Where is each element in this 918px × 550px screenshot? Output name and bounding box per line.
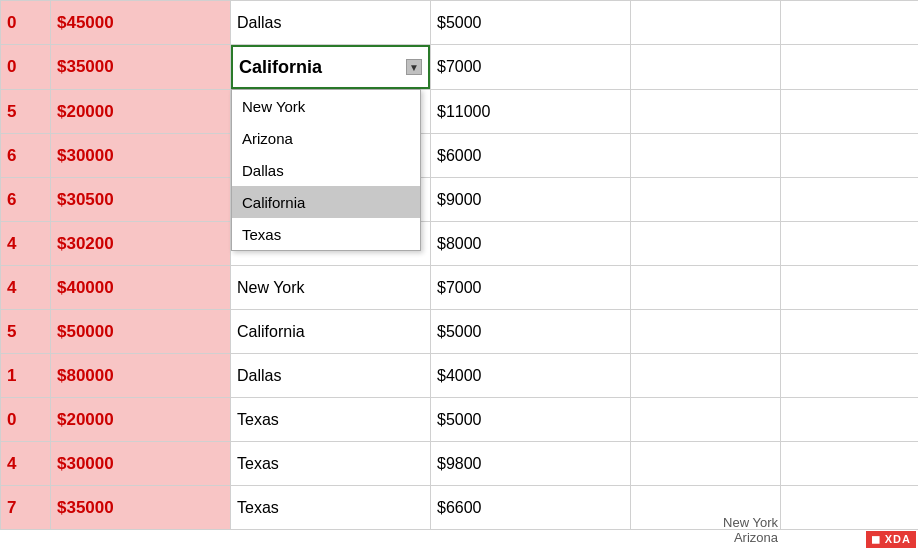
cell-extra2 (781, 45, 919, 90)
cell-salary: $30000 (51, 134, 231, 178)
cell-amount: $7000 (431, 266, 631, 310)
cell-extra1 (631, 354, 781, 398)
cell-amount: $5000 (431, 1, 631, 45)
dropdown-current-value: California (239, 57, 406, 78)
dropdown-option[interactable]: California (232, 186, 420, 218)
cell-extra1 (631, 45, 781, 90)
cell-amount: $4000 (431, 354, 631, 398)
cell-extra2 (781, 178, 919, 222)
dropdown-option[interactable]: New York (232, 90, 420, 122)
cell-amount: $9000 (431, 178, 631, 222)
dropdown-menu[interactable]: New York Arizona Dallas California Texas (231, 89, 421, 251)
cell-extra1 (631, 90, 781, 134)
cell-extra2 (781, 134, 919, 178)
cell-id: 4 (1, 442, 51, 486)
cell-salary: $40000 (51, 266, 231, 310)
cell-amount: $5000 (431, 398, 631, 442)
dropdown-input[interactable]: California ▼ (231, 45, 430, 89)
cell-id: 7 (1, 486, 51, 530)
cell-city: New York (231, 266, 431, 310)
table-row: 1 $80000 Dallas $4000 (1, 354, 919, 398)
cell-id: 4 (1, 222, 51, 266)
cell-salary: $35000 (51, 45, 231, 90)
cell-amount: $11000 (431, 90, 631, 134)
cell-amount: $9800 (431, 442, 631, 486)
table-row: 0 $20000 Texas $5000 (1, 398, 919, 442)
cell-amount: $6600 (431, 486, 631, 530)
cell-city: California (231, 310, 431, 354)
cell-extra2 (781, 354, 919, 398)
cell-city-dropdown[interactable]: California ▼ New York Arizona Dallas Cal… (231, 45, 431, 90)
cell-extra1 (631, 442, 781, 486)
cell-extra1 (631, 266, 781, 310)
cell-extra1 (631, 222, 781, 266)
cell-id: 0 (1, 398, 51, 442)
table-row: 0 $35000 California ▼ New York Arizona D… (1, 45, 919, 90)
cell-id: 0 (1, 1, 51, 45)
cell-city: Texas (231, 398, 431, 442)
spreadsheet-container: 0 $45000 Dallas $5000 0 $35000 Califor (0, 0, 918, 550)
bottom-label-1: New York (678, 515, 778, 530)
cell-extra2 (781, 222, 919, 266)
cell-city: Dallas (231, 1, 431, 45)
cell-extra2 (781, 90, 919, 134)
cell-extra2 (781, 310, 919, 354)
table-row: 5 $50000 California $5000 (1, 310, 919, 354)
cell-id: 1 (1, 354, 51, 398)
cell-extra1 (631, 134, 781, 178)
table-row: 0 $45000 Dallas $5000 (1, 1, 919, 45)
cell-city: Texas (231, 442, 431, 486)
dropdown-option[interactable]: Dallas (232, 154, 420, 186)
cell-extra1 (631, 178, 781, 222)
dropdown-arrow-icon[interactable]: ▼ (406, 59, 422, 75)
cell-salary: $80000 (51, 354, 231, 398)
cell-extra1 (631, 398, 781, 442)
cell-amount: $5000 (431, 310, 631, 354)
cell-id: 6 (1, 134, 51, 178)
cell-salary: $45000 (51, 1, 231, 45)
cell-extra2 (781, 398, 919, 442)
cell-salary: $30500 (51, 178, 231, 222)
cell-extra1 (631, 310, 781, 354)
cell-amount: $7000 (431, 45, 631, 90)
cell-salary: $30200 (51, 222, 231, 266)
cell-city: Texas (231, 486, 431, 530)
cell-amount: $6000 (431, 134, 631, 178)
data-table: 0 $45000 Dallas $5000 0 $35000 Califor (0, 0, 918, 530)
cell-salary: $20000 (51, 398, 231, 442)
cell-extra2 (781, 442, 919, 486)
cell-salary: $50000 (51, 310, 231, 354)
cell-salary: $30000 (51, 442, 231, 486)
cell-id: 0 (1, 45, 51, 90)
cell-salary: $35000 (51, 486, 231, 530)
cell-city: Dallas (231, 354, 431, 398)
cell-salary: $20000 (51, 90, 231, 134)
cell-extra2 (781, 486, 919, 530)
bottom-info-panel: New York Arizona (678, 515, 778, 545)
table-row: 4 $30000 Texas $9800 (1, 442, 919, 486)
table-row: 4 $40000 New York $7000 (1, 266, 919, 310)
cell-amount: $8000 (431, 222, 631, 266)
xda-logo: ◼ XDA (866, 531, 916, 548)
table-row: 4 $30200 Arizona $8000 (1, 222, 919, 266)
cell-id: 5 (1, 310, 51, 354)
bottom-label-2: Arizona (678, 530, 778, 545)
table-row: 5 $20000 New York $11000 (1, 90, 919, 134)
cell-id: 6 (1, 178, 51, 222)
dropdown-option[interactable]: Arizona (232, 122, 420, 154)
cell-extra1 (631, 1, 781, 45)
cell-id: 4 (1, 266, 51, 310)
table-row: 7 $35000 Texas $6600 (1, 486, 919, 530)
cell-extra2 (781, 266, 919, 310)
cell-id: 5 (1, 90, 51, 134)
cell-extra2 (781, 1, 919, 45)
table-row: 6 $30500 California $9000 (1, 178, 919, 222)
dropdown-option[interactable]: Texas (232, 218, 420, 250)
table-row: 6 $30000 Arizona $6000 (1, 134, 919, 178)
